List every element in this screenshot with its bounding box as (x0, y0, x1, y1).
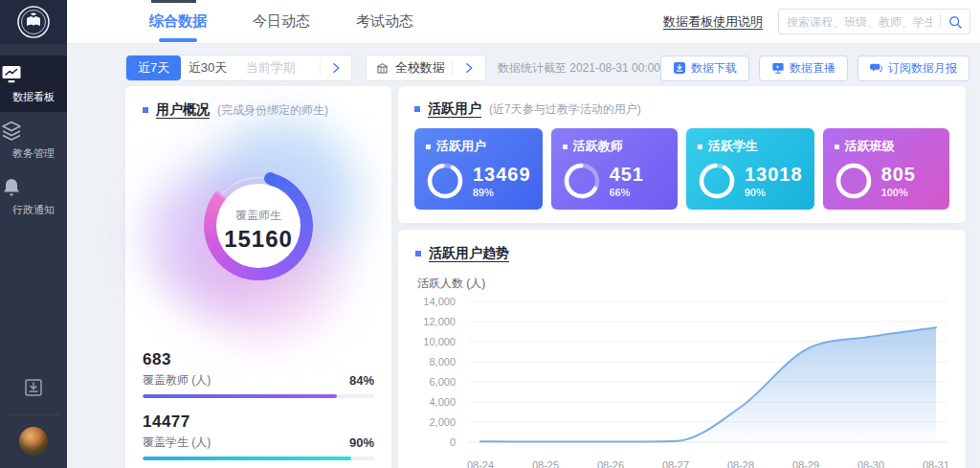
metric-card-active-classes: 活跃班级 805 100% (823, 128, 949, 210)
y-tick-label: 14,000 (423, 297, 456, 307)
scope-expand-chevron[interactable] (453, 61, 485, 75)
stat-percent: 90% (349, 435, 374, 450)
metric-label: 活跃教师 (573, 138, 623, 155)
sidebar: 数据看板 教务管理 行政通知 (0, 0, 67, 468)
user-avatar[interactable] (19, 427, 48, 456)
metric-value: 805 (881, 164, 916, 185)
metric-percent: 89% (473, 187, 531, 198)
university-logo-icon (16, 5, 51, 39)
x-tick-label: 08-30 (858, 459, 884, 468)
x-tick-label: 08-28 (727, 459, 754, 468)
scope-selector[interactable]: 全校数据 (366, 55, 486, 81)
x-tick-label: 08-24 (467, 459, 494, 468)
layers-icon (0, 121, 67, 142)
metric-percent: 100% (881, 187, 916, 198)
overview-title: 用户概况 (156, 101, 210, 119)
donut-label: 覆盖师生 (235, 208, 281, 224)
subscribe-monthly-report-button[interactable]: 订阅数据月报 (858, 56, 969, 81)
x-tick-label: 08-27 (662, 459, 689, 468)
range-expand-chevron[interactable] (321, 61, 350, 75)
overview-subtitle: (完成身份绑定的师生) (217, 102, 328, 119)
metric-bullet-icon (698, 145, 702, 149)
sidebar-item-academic-admin[interactable]: 教务管理 (0, 112, 67, 168)
tab-exam-activity[interactable]: 考试动态 (356, 0, 413, 44)
search-icon (947, 14, 963, 30)
active-user-trend-card: 活跃用户趋势 活跃人数 (人) 02,0004,0006,0008,00010,… (398, 230, 966, 468)
stat-label: 覆盖学生 (人) (143, 435, 211, 451)
x-tick-label: 08-25 (532, 459, 559, 468)
x-tick-label: 08-31 (923, 459, 949, 468)
y-tick-label: 10,000 (423, 337, 456, 347)
stat-students: 14477 覆盖学生 (人) 90% (143, 412, 374, 460)
metric-value: 451 (610, 164, 644, 185)
active-metric-cards: 活跃用户 13469 89% 活跃教师 451 (414, 128, 949, 210)
data-download-button[interactable]: 数据下载 (660, 56, 749, 81)
y-tick-label: 12,000 (423, 317, 456, 327)
x-tick-label: 08-26 (597, 459, 624, 468)
title-bullet-icon (415, 251, 421, 256)
metric-bullet-icon (835, 145, 839, 149)
stat-value: 683 (143, 350, 374, 369)
coverage-stats: 683 覆盖教师 (人) 84% 14477 覆盖学生 (人) 90% 807 … (143, 350, 374, 468)
active-users-title: 活跃用户 (428, 100, 481, 118)
sidebar-footer (0, 376, 67, 468)
metric-percent: 66% (610, 187, 644, 198)
y-tick-label: 8,000 (429, 357, 456, 368)
button-label: 数据下载 (691, 60, 737, 77)
subscribe-icon (870, 61, 883, 75)
sidebar-item-data-dashboard[interactable]: 数据看板 (0, 56, 67, 112)
metric-ring-chart (698, 162, 736, 200)
sidebar-divider (8, 414, 59, 415)
y-axis-ticks: 02,0004,0006,0008,00010,00012,00014,000 (415, 301, 463, 442)
stat-teachers: 683 覆盖教师 (人) 84% (143, 350, 374, 398)
download-icon (673, 61, 686, 75)
metric-label: 活跃学生 (708, 138, 758, 155)
metric-value: 13018 (745, 164, 803, 185)
sidebar-nav: 数据看板 教务管理 行政通知 (0, 56, 67, 225)
dashboard-monitor-icon (0, 64, 67, 85)
screen-icon (771, 61, 785, 75)
user-overview-card: 用户概况 (完成身份绑定的师生) 覆盖师生 15160 683 覆盖教师 (人)… (125, 86, 391, 468)
dashboard-help-link[interactable]: 数据看板使用说明 (663, 13, 763, 31)
y-tick-label: 6,000 (429, 377, 456, 388)
nav-tabs: 综合数据 今日动态 考试动态 (149, 0, 413, 44)
range-7days[interactable]: 近7天 (126, 56, 181, 80)
trend-title: 活跃用户趋势 (429, 245, 509, 262)
sidebar-item-admin-notice[interactable]: 行政通知 (0, 168, 67, 225)
metric-label: 活跃用户 (436, 138, 486, 155)
date-range-control: 近7天 近30天 当前学期 (125, 55, 352, 81)
stat-percent: 84% (349, 373, 374, 388)
title-bullet-icon (143, 107, 148, 113)
save-tray-icon[interactable] (22, 376, 45, 399)
metric-bullet-icon (426, 145, 431, 149)
coverage-donut-chart: 覆盖师生 15160 (153, 123, 364, 337)
filter-bar: 近7天 近30天 当前学期 全校数据 数据统计截至 2021-08-31 00:… (67, 55, 980, 81)
data-updated-text: 数据统计截至 2021-08-31 00:00 (498, 60, 660, 77)
search-input[interactable] (779, 15, 940, 29)
sidebar-item-label: 数据看板 (0, 90, 67, 104)
tab-today-activity[interactable]: 今日动态 (253, 0, 310, 44)
y-tick-label: 0 (450, 437, 456, 448)
y-tick-label: 4,000 (429, 397, 456, 408)
sidebar-item-label: 教务管理 (0, 146, 67, 161)
search-button[interactable] (941, 10, 969, 33)
progress-bar (143, 457, 374, 460)
data-live-button[interactable]: 数据直播 (759, 56, 848, 81)
range-current-term[interactable]: 当前学期 (234, 56, 321, 80)
metric-percent: 90% (745, 187, 803, 198)
range-30days[interactable]: 近30天 (181, 56, 234, 80)
metric-bullet-icon (563, 145, 568, 149)
button-label: 数据直播 (790, 60, 835, 77)
metric-label: 活跃班级 (845, 138, 895, 155)
trend-area-chart: 02,0004,0006,0008,00010,00012,00014,000 … (415, 301, 948, 468)
metric-card-active-users: 活跃用户 13469 89% (414, 128, 543, 210)
progress-bar (143, 394, 374, 398)
button-label: 订阅数据月报 (888, 60, 957, 77)
metric-ring-chart (426, 162, 464, 200)
tab-overall-data[interactable]: 综合数据 (149, 0, 207, 44)
active-users-card: 活跃用户 (近7天参与过教学活动的用户) 活跃用户 13469 89% 活跃教师 (398, 86, 966, 223)
active-users-subtitle: (近7天参与过教学活动的用户) (489, 101, 641, 118)
y-tick-label: 2,000 (429, 417, 456, 428)
top-nav: 综合数据 今日动态 考试动态 数据看板使用说明 (67, 0, 980, 44)
x-tick-label: 08-29 (792, 459, 819, 468)
